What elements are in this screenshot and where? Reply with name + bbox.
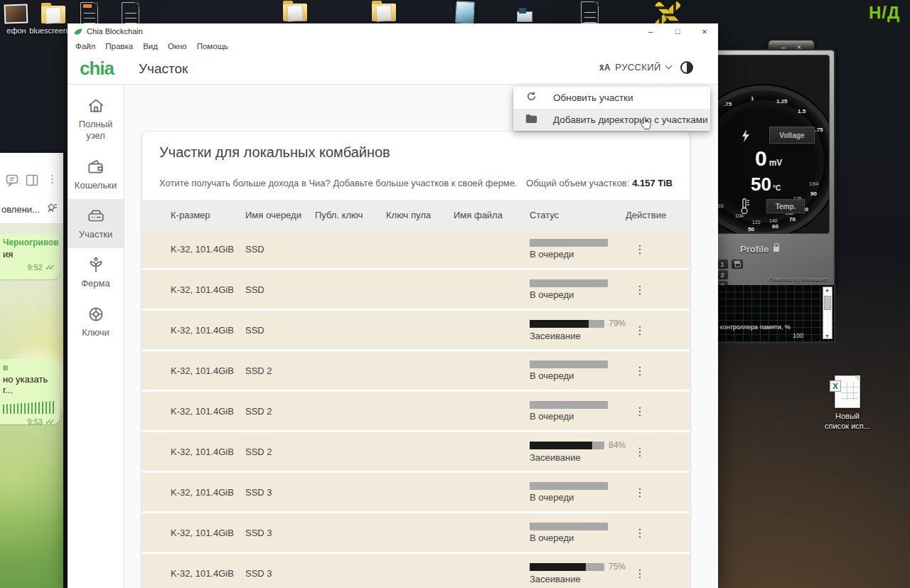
keys-icon — [87, 305, 105, 324]
desktop-icon-folder[interactable] — [283, 4, 307, 21]
language-selector[interactable]: x̄A РУССКИЙ — [599, 62, 671, 73]
maximize-button[interactable]: □ — [664, 23, 691, 39]
widget-body: .7511.251.51.75 17615814012210486 506070… — [707, 49, 835, 289]
folder-icon — [41, 6, 65, 23]
save-profile-button[interactable] — [731, 259, 744, 269]
row-actions-button[interactable]: ⋮ — [626, 567, 646, 579]
progress-bar — [530, 360, 608, 368]
plot-table-row: K-32, 101.4GiB SSD 2 В очереди ⋮ — [142, 351, 690, 390]
powered-by-label: Powered by Rivatuner — [769, 277, 828, 282]
sidebar-item-farm[interactable]: Ферма — [68, 248, 124, 297]
column-header: Имя очереди — [245, 210, 315, 220]
temp-scale-194: 194 — [809, 181, 818, 187]
desktop-icon-bluescreen-folder[interactable] — [41, 6, 65, 23]
temp-unit: °C — [773, 184, 781, 192]
graph-scrollbar[interactable] — [823, 287, 833, 339]
voice-waveform[interactable] — [3, 400, 55, 414]
total-plots-label: Общий объем участков: — [526, 178, 629, 188]
telegram-header: ⋮ овлени... — [0, 153, 63, 224]
desktop-icon-document[interactable] — [80, 2, 98, 24]
menubar-item[interactable]: Правка — [100, 42, 138, 50]
more-menu-icon[interactable]: ⋮ — [47, 173, 58, 186]
sidebar-item-wallets[interactable]: Кошельки — [68, 150, 124, 199]
plot-queue-name: SSD — [245, 284, 315, 295]
row-actions-button[interactable]: ⋮ — [626, 284, 646, 296]
scale-tick-label: .75 — [724, 101, 732, 107]
minimize-button[interactable]: – — [637, 23, 664, 39]
telegram-window[interactable]: ⋮ овлени... Черногривов ия 9:52✓✓ в но у… — [0, 153, 63, 588]
progress-fill — [530, 320, 589, 328]
sidebar-toggle-icon[interactable] — [26, 174, 38, 189]
progress-bar — [530, 279, 608, 287]
desktop-icon-window[interactable] — [517, 11, 532, 22]
column-header: Публ. ключ — [315, 210, 386, 220]
document-icon — [80, 2, 98, 24]
desktop-icon-folder[interactable] — [372, 4, 396, 21]
desktop-icon-photo[interactable] — [4, 4, 28, 23]
sidebar-item-full-node[interactable]: Полный узел — [68, 89, 124, 150]
menubar-item[interactable]: Окно — [163, 42, 192, 50]
row-actions-button[interactable]: ⋮ — [626, 486, 646, 498]
plot-status: Засеивание — [530, 452, 626, 463]
desktop: ефон bluescreenv... Н/Д X Новыйсписок ис… — [0, 0, 910, 588]
column-header: К-размер — [171, 210, 245, 220]
lock-icon[interactable] — [774, 247, 779, 252]
voltage-value: 0 — [755, 146, 767, 170]
read-checkmarks-icon: ✓✓ — [45, 262, 55, 272]
plots-table: K-32, 101.4GiB SSD В очереди ⋮ K-32, 101… — [142, 230, 690, 588]
chat-message[interactable]: в но указать г... 9:53✓✓ — [0, 359, 60, 424]
close-button[interactable]: × — [691, 23, 718, 39]
chat-message[interactable]: Черногривов ия 9:52✓✓ — [0, 234, 60, 279]
plot-status: В очереди — [530, 249, 626, 260]
row-actions-button[interactable]: ⋮ — [626, 527, 646, 539]
mini-window-icon — [517, 11, 532, 22]
menu-item-refresh-plots[interactable]: Обновить участки — [513, 87, 710, 109]
table-header: К-размерИмя очередиПубл. ключКлюч пулаИм… — [142, 200, 690, 230]
plot-ksize: K-32, 101.4GiB — [171, 365, 245, 376]
plot-queue-name: SSD 2 — [245, 447, 315, 457]
folder-icon — [372, 4, 396, 21]
scale-tick-label: 122 — [752, 220, 761, 225]
sidebar-item-keys[interactable]: Ключи — [68, 297, 124, 346]
osd-na-value: Н/Д — [869, 3, 900, 23]
progress-percent: 75% — [609, 562, 626, 572]
scrollbar-thumb[interactable] — [824, 296, 831, 310]
column-header: Имя файла — [454, 210, 530, 220]
row-actions-button[interactable]: ⋮ — [626, 243, 646, 255]
wallet-icon — [87, 158, 105, 176]
menubar-item[interactable]: Помощь — [192, 42, 233, 50]
window-titlebar[interactable]: Chia Blockchain – □ × — [68, 23, 718, 39]
desktop-icon-excel[interactable]: X Новыйсписок исп... — [819, 375, 876, 432]
read-checkmarks-icon: ✓✓ — [45, 417, 55, 427]
graph-caption: ка контроллера памяти, % — [712, 324, 791, 331]
column-header: Действие — [626, 210, 690, 220]
excel-label-line1: Новый — [819, 412, 876, 422]
plots-subtitle: Хотите получать больше дохода в Чиа? Доб… — [159, 178, 518, 188]
translate-icon: x̄A — [599, 63, 610, 73]
plot-table-row: K-32, 101.4GiB SSD 79% Засеивание ⋮ — [142, 311, 690, 349]
row-actions-button[interactable]: ⋮ — [626, 365, 646, 377]
app-header: chia Участок x̄A РУССКИЙ — [68, 53, 718, 85]
graph-max-value: 100 — [793, 332, 803, 339]
plot-status: В очереди — [530, 370, 626, 381]
menu-item-add-plot-directory[interactable]: Добавить директорию с участками — [513, 109, 710, 131]
plot-status: В очереди — [530, 411, 626, 422]
row-actions-button[interactable]: ⋮ — [626, 405, 646, 417]
desktop-icon-document[interactable] — [122, 2, 139, 24]
menubar-item[interactable]: Файл — [70, 42, 100, 50]
theme-toggle-icon[interactable] — [680, 61, 693, 74]
desktop-icon-notepad[interactable] — [456, 1, 474, 23]
sidebar-item-plots[interactable]: Участки — [68, 199, 124, 248]
desktop-icon-crossed[interactable] — [655, 1, 680, 26]
scale-tick-label: 140 — [769, 218, 778, 223]
desktop-icon-document[interactable] — [581, 1, 599, 23]
plots-heading: Участки для локальных комбайнов — [142, 132, 690, 161]
row-actions-button[interactable]: ⋮ — [626, 324, 646, 336]
language-label: РУССКИЙ — [615, 62, 660, 73]
menubar-item[interactable]: Вид — [138, 42, 163, 50]
thermometer-icon — [739, 198, 751, 218]
column-header: Статус — [530, 210, 626, 220]
comments-icon[interactable] — [6, 174, 20, 190]
folder-icon — [283, 4, 307, 21]
row-actions-button[interactable]: ⋮ — [626, 446, 646, 458]
